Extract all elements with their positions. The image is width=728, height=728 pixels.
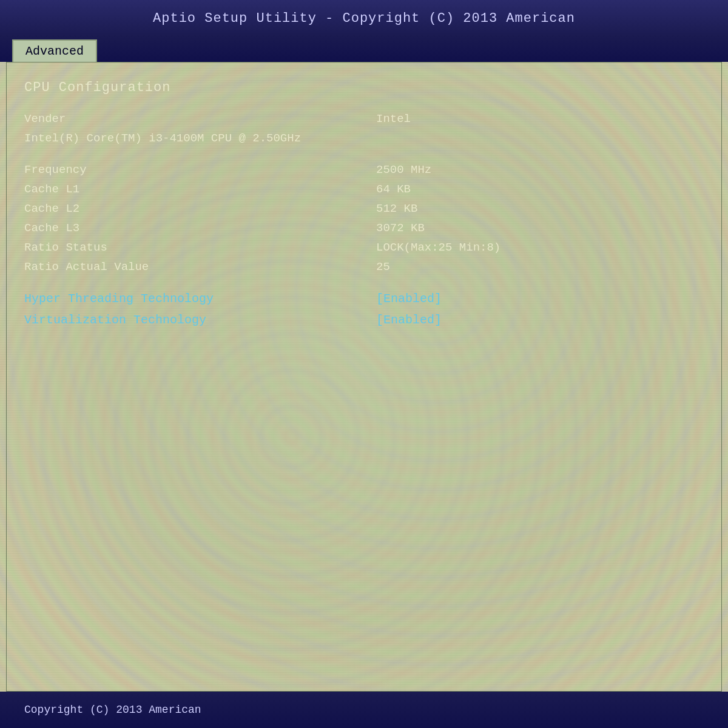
stat-row-2: Cache L2 512 KB xyxy=(24,202,704,215)
stat-label-5: Ratio Actual Value xyxy=(24,260,149,274)
stat-label-2: Cache L2 xyxy=(24,202,79,215)
stat-value-4: LOCK(Max:25 Min:8) xyxy=(376,241,500,254)
stat-value-0: 2500 MHz xyxy=(376,163,431,177)
vendor-row: Vender Intel xyxy=(24,112,704,126)
vendor-value: Intel xyxy=(376,112,411,126)
interactive-label-1: Virtualization Technology xyxy=(24,313,206,327)
stat-label-0: Frequency xyxy=(24,163,87,177)
header-title: Aptio Setup Utility - Copyright (C) 2013… xyxy=(153,11,575,26)
stat-row-3: Cache L3 3072 KB xyxy=(24,221,704,235)
tab-bar: Advanced xyxy=(0,36,728,62)
footer-bar: Copyright (C) 2013 American xyxy=(0,692,728,728)
stat-label-1: Cache L1 xyxy=(24,183,79,196)
stat-row-4: Ratio Status LOCK(Max:25 Min:8) xyxy=(24,241,704,254)
header-bar: Aptio Setup Utility - Copyright (C) 2013… xyxy=(0,0,728,36)
stat-label-4: Ratio Status xyxy=(24,241,107,254)
content-area: CPU Configuration Vender Intel Intel(R) … xyxy=(0,62,728,692)
interactive-value-0: [Enabled] xyxy=(376,292,442,306)
stat-row-0: Frequency 2500 MHz xyxy=(24,163,704,177)
interactive-row-0[interactable]: Hyper Threading Technology [Enabled] xyxy=(24,292,704,306)
interactive-value-1: [Enabled] xyxy=(376,313,442,327)
vendor-label: Vender xyxy=(24,112,66,126)
section-title: CPU Configuration xyxy=(24,80,704,95)
footer-text: Copyright (C) 2013 American xyxy=(24,704,201,716)
stats-section: Frequency 2500 MHz Cache L1 64 KB Cache … xyxy=(24,163,704,274)
stat-row-1: Cache L1 64 KB xyxy=(24,183,704,196)
interactive-row-1[interactable]: Virtualization Technology [Enabled] xyxy=(24,313,704,327)
stat-value-3: 3072 KB xyxy=(376,221,425,235)
tab-advanced[interactable]: Advanced xyxy=(12,39,97,62)
stat-value-5: 25 xyxy=(376,260,390,274)
stat-label-3: Cache L3 xyxy=(24,221,79,235)
vendor-section: Vender Intel Intel(R) Core(TM) i3-4100M … xyxy=(24,112,704,145)
interactive-label-0: Hyper Threading Technology xyxy=(24,292,214,306)
stat-row-5: Ratio Actual Value 25 xyxy=(24,260,704,274)
stat-value-1: 64 KB xyxy=(376,183,411,196)
stat-value-2: 512 KB xyxy=(376,202,417,215)
interactive-section: Hyper Threading Technology [Enabled] Vir… xyxy=(24,292,704,327)
cpu-name: Intel(R) Core(TM) i3-4100M CPU @ 2.50GHz xyxy=(24,132,301,145)
cpu-name-row: Intel(R) Core(TM) i3-4100M CPU @ 2.50GHz xyxy=(24,132,704,145)
bios-screen: Aptio Setup Utility - Copyright (C) 2013… xyxy=(0,0,728,728)
